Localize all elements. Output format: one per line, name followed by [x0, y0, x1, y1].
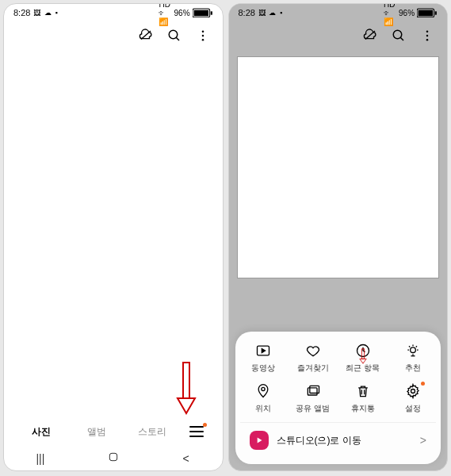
menu-shared-albums[interactable]: 공유 앨범	[289, 383, 336, 414]
svg-rect-13	[435, 11, 437, 14]
photo-grid-empty	[4, 56, 223, 405]
menu-item-label: 동영상	[251, 363, 275, 374]
menu-item-label: 추천	[405, 363, 421, 374]
menu-settings[interactable]: 설정	[389, 383, 436, 414]
nav-back-icon[interactable]: <	[180, 452, 193, 465]
studio-label: 스튜디오(으)로 이동	[277, 434, 412, 447]
svg-point-30	[411, 390, 415, 393]
status-network: HD ᯤ 📶	[384, 3, 396, 26]
notification-dot	[421, 382, 425, 386]
svg-point-18	[426, 35, 429, 37]
chevron-right-icon: >	[420, 434, 426, 447]
nav-home-icon[interactable]	[107, 451, 120, 466]
annotation-arrow	[355, 348, 371, 364]
battery-icon	[417, 8, 438, 18]
svg-line-16	[400, 37, 403, 40]
status-battery: 96%	[174, 9, 190, 17]
studio-link[interactable]: 스튜디오(으)로 이동 >	[240, 422, 437, 458]
hamburger-icon	[189, 426, 204, 437]
svg-rect-1	[193, 10, 208, 16]
status-app-icons: 🖼 ☁ ▪	[258, 9, 283, 17]
tab-photos[interactable]: 사진	[13, 425, 69, 439]
menu-item-label: 최근 항목	[346, 363, 380, 374]
notification-dot	[203, 423, 207, 427]
cloud-sync-icon[interactable]	[139, 29, 153, 46]
bottom-tab-bar: 사진 앨범 스토리	[4, 416, 223, 447]
status-battery: 96%	[399, 9, 415, 17]
svg-rect-2	[210, 11, 212, 14]
system-nav-bar: ||| <	[4, 448, 223, 469]
status-bar: 8:28 🖼 ☁ ▪ HD ᯤ 📶 96%	[229, 4, 448, 21]
nav-recents-icon[interactable]: |||	[34, 452, 47, 465]
svg-point-15	[393, 30, 402, 39]
menu-suggested[interactable]: 추천	[389, 343, 436, 374]
status-time: 8:28	[239, 8, 255, 17]
svg-rect-12	[419, 10, 433, 16]
toolbar	[229, 21, 448, 53]
svg-point-6	[201, 30, 204, 33]
svg-rect-9	[183, 363, 189, 398]
menu-bottom-sheet: 동영상 즐겨찾기 최근 항목 추천 위치 공유 앨범	[235, 332, 441, 464]
menu-location[interactable]: 위치	[240, 383, 287, 414]
svg-point-8	[201, 39, 204, 41]
svg-line-5	[176, 37, 179, 40]
phone-screen-left: 8:28 🖼 ☁ ▪ HD ᯤ 📶 96% 사진 앨범 스토리	[3, 3, 224, 471]
status-network: HD ᯤ 📶	[159, 3, 171, 26]
svg-rect-26	[310, 386, 319, 393]
menu-item-label: 휴지통	[351, 403, 375, 414]
svg-rect-27	[361, 349, 364, 359]
more-icon[interactable]	[196, 29, 210, 46]
more-icon[interactable]	[420, 29, 434, 46]
menu-videos[interactable]: 동영상	[240, 343, 287, 374]
svg-point-17	[426, 30, 429, 33]
menu-item-label: 공유 앨범	[296, 403, 330, 414]
menu-favorites[interactable]: 즐겨찾기	[289, 343, 336, 374]
svg-point-22	[410, 347, 415, 353]
svg-point-4	[169, 30, 178, 39]
annotation-arrow	[174, 361, 198, 416]
status-app-icons: 🖼 ☁ ▪	[33, 9, 58, 17]
svg-point-19	[426, 39, 429, 41]
svg-rect-25	[308, 388, 317, 395]
svg-rect-10	[109, 453, 117, 460]
battery-icon	[193, 8, 213, 18]
search-icon[interactable]	[392, 29, 406, 46]
menu-item-label: 위치	[255, 403, 271, 414]
studio-icon	[250, 431, 269, 450]
photo-grid-dimmed	[237, 56, 440, 278]
menu-item-label: 설정	[405, 403, 421, 414]
menu-item-label: 즐겨찾기	[297, 363, 329, 374]
menu-button[interactable]	[180, 426, 213, 437]
phone-screen-right: 8:28 🖼 ☁ ▪ HD ᯤ 📶 96% 동영상 즐겨찾기	[228, 3, 449, 471]
cloud-sync-icon[interactable]	[363, 29, 377, 46]
status-time: 8:28	[13, 8, 30, 17]
status-bar: 8:28 🖼 ☁ ▪ HD ᯤ 📶 96%	[4, 4, 223, 21]
tab-stories[interactable]: 스토리	[124, 425, 180, 439]
svg-point-24	[262, 387, 265, 390]
toolbar	[4, 21, 223, 53]
tab-albums[interactable]: 앨범	[69, 425, 124, 439]
search-icon[interactable]	[167, 29, 182, 46]
menu-trash[interactable]: 휴지통	[339, 383, 386, 414]
svg-point-7	[201, 35, 204, 37]
